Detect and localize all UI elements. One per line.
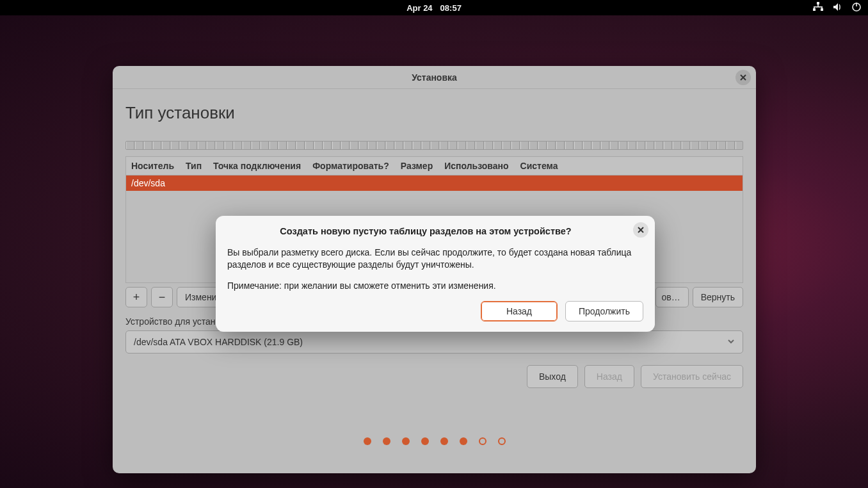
dialog-close-button[interactable] <box>633 222 648 238</box>
dialog-back-button[interactable]: Назад <box>481 301 558 321</box>
confirm-dialog: Создать новую пустую таблицу разделов на… <box>216 216 655 332</box>
dialog-text-1: Вы выбрали разметку всего диска. Если вы… <box>227 247 643 271</box>
close-icon <box>638 227 644 233</box>
dialog-continue-button[interactable]: Продолжить <box>565 301 643 321</box>
dialog-title: Создать новую пустую таблицу разделов на… <box>227 226 643 236</box>
dialog-text-2: Примечание: при желании вы сможете отмен… <box>227 280 643 292</box>
